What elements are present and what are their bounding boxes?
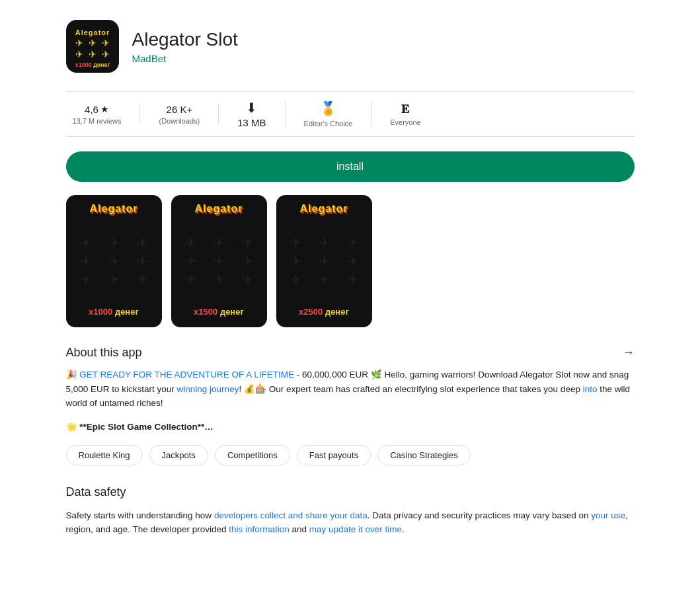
tags-row: Roulette King Jackpots Competitions Fast… xyxy=(66,445,635,465)
page-wrapper: Alegator ✈ ✈ ✈ ✈ ✈ ✈ x1000 денег Alegato… xyxy=(53,0,648,557)
plane-icon: ✈ xyxy=(178,272,204,288)
plane-icon: ✈ xyxy=(340,272,366,288)
plane-icon: ✈ xyxy=(206,253,232,269)
screenshot-2-amount: x1500 денег xyxy=(194,307,244,317)
star-icon: ★ xyxy=(100,104,109,114)
app-icon: Alegator ✈ ✈ ✈ ✈ ✈ ✈ x1000 денег xyxy=(66,20,119,73)
plane-icon: ✈ xyxy=(283,253,309,269)
plane-icon: ✈ xyxy=(73,253,98,269)
svg-text:Alegator: Alegator xyxy=(75,28,110,36)
plane-icon: ✈ xyxy=(178,235,204,251)
rating-value: 4,6 xyxy=(85,104,98,115)
plane-icon: ✈ xyxy=(73,272,98,288)
data-safety-title: Data safety xyxy=(66,485,635,499)
data-safety-text: Safety starts with understanding how dev… xyxy=(66,508,635,537)
plane-icon: ✈ xyxy=(311,235,337,251)
age-rating-icon: 𝐄 xyxy=(401,102,409,116)
tag-roulette-king[interactable]: Roulette King xyxy=(66,445,143,465)
svg-text:✈: ✈ xyxy=(102,49,110,60)
editors-choice-icon: 🏅 xyxy=(320,100,336,116)
plane-icon: ✈ xyxy=(283,235,309,251)
planes-grid-3: ✈ ✈ ✈ ✈ ✈ ✈ ✈ ✈ ✈ xyxy=(283,235,366,288)
screenshot-1-amount: x1000 денег xyxy=(89,307,139,317)
download-icon: ⬇ xyxy=(246,100,257,116)
about-header: About this app → xyxy=(66,346,635,360)
data-safety-link-info[interactable]: this information xyxy=(229,524,290,534)
plane-icon: ✈ xyxy=(235,253,260,269)
stat-editors-choice[interactable]: 🏅 Editor's Choice xyxy=(286,100,372,128)
tag-casino-strategies[interactable]: Casino Strategies xyxy=(377,445,471,465)
size-value: 13 MB xyxy=(237,117,266,128)
plane-icon: ✈ xyxy=(130,253,155,269)
downloads-value: 26 K+ xyxy=(167,104,193,115)
stat-age-rating: 𝐄 Everyone xyxy=(371,102,439,126)
screenshot-3: Alegator ✈ ✈ ✈ ✈ ✈ ✈ ✈ ✈ ✈ x2500 денег xyxy=(276,195,372,327)
screenshot-2: Alegator ✈ ✈ ✈ ✈ ✈ ✈ ✈ ✈ ✈ x1500 денег xyxy=(171,195,267,327)
plane-icon: ✈ xyxy=(178,253,204,269)
svg-text:✈: ✈ xyxy=(75,38,83,48)
about-link-get-ready[interactable]: GET READY FOR THE ADVENTURE OF A LIFETIM… xyxy=(79,370,294,380)
rating-label: 13,7 M reviews xyxy=(73,117,122,125)
plane-icon: ✈ xyxy=(130,235,155,251)
screenshot-3-title: Alegator xyxy=(300,203,348,215)
screenshot-3-amount: x2500 денег xyxy=(299,307,349,317)
tag-fast-payouts[interactable]: Fast payouts xyxy=(297,445,371,465)
data-safety-link-use[interactable]: your use xyxy=(591,510,625,520)
about-section: About this app → 🎉 GET READY FOR THE ADV… xyxy=(66,346,635,432)
plane-icon: ✈ xyxy=(130,272,155,288)
app-developer[interactable]: MadBet xyxy=(132,53,238,64)
plane-icon: ✈ xyxy=(101,253,127,269)
svg-text:✈: ✈ xyxy=(89,38,97,48)
tag-competitions[interactable]: Competitions xyxy=(215,445,290,465)
plane-icon: ✈ xyxy=(311,253,337,269)
screenshots-row: Alegator ✈ ✈ ✈ ✈ ✈ ✈ ✈ ✈ ✈ x1000 денег A… xyxy=(66,195,635,327)
about-text: 🎉 GET READY FOR THE ADVENTURE OF A LIFET… xyxy=(66,368,635,411)
stats-row: 4,6 ★ 13,7 M reviews 26 K+ (Downloads) ⬇… xyxy=(66,91,635,137)
plane-icon: ✈ xyxy=(206,235,232,251)
plane-icon: ✈ xyxy=(311,272,337,288)
svg-text:✈: ✈ xyxy=(102,38,110,48)
about-arrow-link[interactable]: → xyxy=(623,346,635,360)
about-link-winning[interactable]: winning journey xyxy=(177,384,239,394)
app-name: Alegator Slot xyxy=(132,28,238,51)
stat-downloads[interactable]: 26 K+ (Downloads) xyxy=(140,104,219,125)
stat-size: ⬇ 13 MB xyxy=(219,100,285,128)
install-button[interactable]: install xyxy=(66,151,635,182)
app-header: Alegator ✈ ✈ ✈ ✈ ✈ ✈ x1000 денег Alegato… xyxy=(66,20,635,73)
svg-text:✈: ✈ xyxy=(75,49,83,60)
screenshot-2-title: Alegator xyxy=(195,203,243,215)
editors-choice-label: Editor's Choice xyxy=(304,120,353,128)
plane-icon: ✈ xyxy=(340,235,366,251)
about-title: About this app xyxy=(66,346,142,360)
planes-grid-2: ✈ ✈ ✈ ✈ ✈ ✈ ✈ ✈ ✈ xyxy=(178,235,260,288)
plane-icon: ✈ xyxy=(101,272,127,288)
data-safety-section: Data safety Safety starts with understan… xyxy=(66,485,635,537)
downloads-label: (Downloads) xyxy=(159,117,200,125)
plane-icon: ✈ xyxy=(340,253,366,269)
screenshot-1: Alegator ✈ ✈ ✈ ✈ ✈ ✈ ✈ ✈ ✈ x1000 денег xyxy=(66,195,162,327)
plane-icon: ✈ xyxy=(283,272,309,288)
app-title-block: Alegator Slot MadBet xyxy=(132,28,238,65)
about-link-into[interactable]: into xyxy=(583,384,598,394)
plane-icon: ✈ xyxy=(235,235,260,251)
plane-icon: ✈ xyxy=(206,272,232,288)
planes-grid-1: ✈ ✈ ✈ ✈ ✈ ✈ ✈ ✈ ✈ xyxy=(73,235,155,288)
screenshot-1-title: Alegator xyxy=(90,203,138,215)
data-safety-link-developers[interactable]: developers collect and share your data xyxy=(214,510,368,520)
data-safety-link-update[interactable]: may update it over time xyxy=(309,524,402,534)
plane-icon: ✈ xyxy=(73,235,98,251)
tag-jackpots[interactable]: Jackpots xyxy=(149,445,208,465)
about-epic: 🌟 **Epic Slot Game Collection**… xyxy=(66,421,635,432)
svg-text:✈: ✈ xyxy=(89,49,97,60)
plane-icon: ✈ xyxy=(101,235,127,251)
age-rating-label: Everyone xyxy=(390,118,420,126)
svg-text:x1000 денег: x1000 денег xyxy=(75,61,110,68)
stat-rating[interactable]: 4,6 ★ 13,7 M reviews xyxy=(66,104,141,125)
plane-icon: ✈ xyxy=(235,272,260,288)
